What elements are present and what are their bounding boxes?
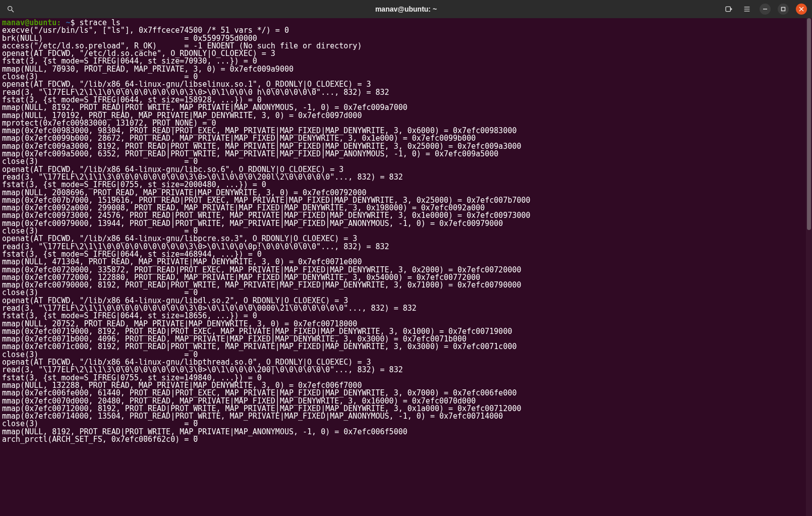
svg-rect-9: [782, 8, 785, 11]
minimize-button[interactable]: [760, 4, 771, 15]
new-tab-icon[interactable]: [723, 4, 734, 15]
scrollbar-thumb[interactable]: [807, 18, 811, 230]
svg-point-0: [8, 7, 12, 11]
scrollbar[interactable]: [806, 18, 812, 516]
output-line: arch_prctl(ARCH_SET_FS, 0x7efc006f62c0) …: [2, 436, 810, 443]
search-icon[interactable]: [5, 4, 16, 15]
window-title: manav@ubuntu: ~: [375, 5, 437, 13]
svg-line-1: [12, 10, 14, 12]
maximize-button[interactable]: [778, 4, 789, 15]
close-button[interactable]: [796, 4, 807, 15]
titlebar: manav@ubuntu: ~: [0, 0, 812, 18]
hamburger-menu-icon[interactable]: [741, 4, 752, 15]
terminal-output[interactable]: manav@ubuntu: ~$ strace lsexecve("/usr/b…: [0, 18, 812, 516]
svg-rect-2: [726, 7, 730, 11]
